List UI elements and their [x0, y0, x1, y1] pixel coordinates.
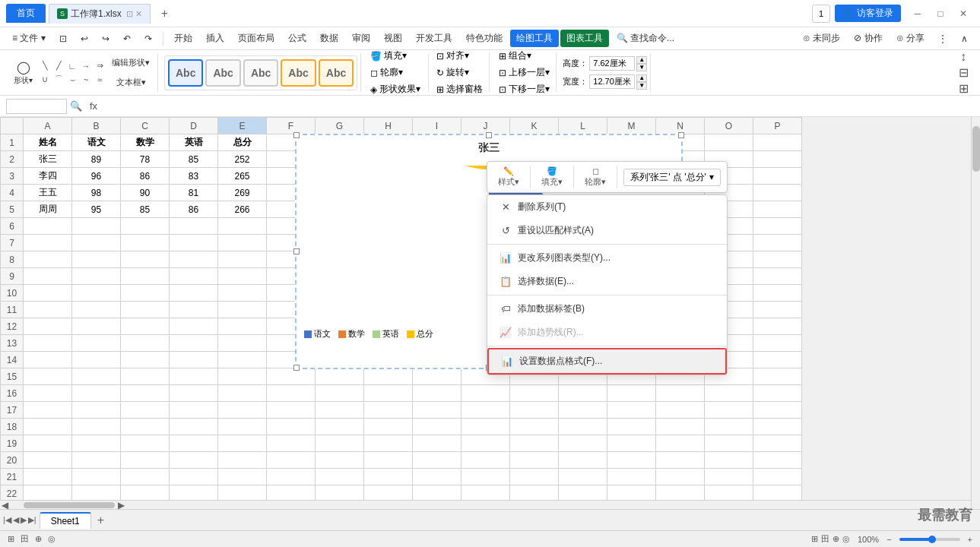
- abc-style-2[interactable]: Abc: [205, 59, 240, 87]
- cell-12-5[interactable]: [218, 318, 267, 335]
- view-custom[interactable]: ⊕: [833, 534, 839, 544]
- view-normal[interactable]: ⊞: [811, 534, 818, 544]
- cell-12-1[interactable]: [24, 318, 72, 335]
- cell-12-16[interactable]: [753, 318, 802, 335]
- menu-start[interactable]: 开始: [168, 30, 198, 47]
- cell-17-15[interactable]: [705, 402, 753, 419]
- right-tool-2[interactable]: ⊟: [959, 65, 969, 80]
- nav-left[interactable]: |◀: [3, 515, 11, 525]
- cell-20-1[interactable]: [24, 452, 72, 469]
- width-down[interactable]: ▼: [636, 82, 647, 90]
- cell-1-5[interactable]: 总分: [218, 134, 267, 151]
- cell-16-12[interactable]: [559, 385, 607, 402]
- cell-2-2[interactable]: 89: [72, 151, 121, 168]
- cell-2-5[interactable]: 252: [218, 151, 267, 168]
- shape-curve[interactable]: ∪: [39, 74, 51, 86]
- cell-13-4[interactable]: [170, 335, 218, 352]
- menu-dev[interactable]: 开发工具: [410, 30, 458, 47]
- cell-17-12[interactable]: [559, 402, 607, 419]
- cell-21-4[interactable]: [170, 469, 218, 485]
- cell-6-3[interactable]: [121, 218, 170, 235]
- cell-20-10[interactable]: [461, 452, 510, 469]
- cell-3-1[interactable]: 李四: [24, 168, 72, 185]
- cell-18-2[interactable]: [72, 419, 121, 435]
- cell-9-1[interactable]: [24, 268, 72, 285]
- cell-5-16[interactable]: [753, 201, 802, 218]
- cell-17-3[interactable]: [121, 402, 170, 419]
- cell-12-2[interactable]: [72, 318, 121, 335]
- handle-bl[interactable]: [293, 365, 300, 371]
- menu-search[interactable]: 🔍 查找命令...: [611, 30, 680, 47]
- cell-21-16[interactable]: [753, 469, 802, 485]
- cell-9-16[interactable]: [753, 268, 802, 285]
- menu-draw[interactable]: 绘图工具: [510, 30, 559, 47]
- cell-16-6[interactable]: [267, 385, 316, 402]
- cell-16-2[interactable]: [72, 385, 121, 402]
- menu-share[interactable]: ⊙ 分享: [890, 30, 931, 47]
- cell-18-13[interactable]: [607, 419, 656, 435]
- handle-tl[interactable]: [293, 132, 300, 138]
- cell-4-16[interactable]: [753, 185, 802, 201]
- scrollbar-thumb-v[interactable]: [972, 126, 980, 172]
- cell-21-11[interactable]: [510, 469, 559, 485]
- cell-13-1[interactable]: [24, 335, 72, 352]
- cell-14-4[interactable]: [170, 352, 218, 368]
- ctx-reset-style[interactable]: ↺ 重设以匹配样式(A): [487, 219, 727, 242]
- effect-button[interactable]: ◈ 形状效果▾: [367, 82, 423, 96]
- height-up[interactable]: ▲: [636, 56, 647, 64]
- rotate-button[interactable]: ↻ 旋转▾: [433, 65, 486, 80]
- height-input[interactable]: 7.62厘米: [589, 56, 635, 71]
- cell-21-9[interactable]: [413, 469, 461, 485]
- cell-10-4[interactable]: [170, 285, 218, 302]
- cell-21-2[interactable]: [72, 469, 121, 485]
- cell-16-5[interactable]: [218, 385, 267, 402]
- cell-4-4[interactable]: 81: [170, 185, 218, 201]
- cell-1-16[interactable]: [753, 134, 802, 151]
- formula-input[interactable]: [105, 100, 974, 113]
- home-tab[interactable]: 首页: [6, 4, 46, 23]
- zoom-slider[interactable]: [899, 538, 960, 541]
- cell-21-13[interactable]: [607, 469, 656, 485]
- cell-14-5[interactable]: [218, 352, 267, 368]
- cell-14-1[interactable]: [24, 352, 72, 368]
- cell-11-1[interactable]: [24, 302, 72, 318]
- cell-10-16[interactable]: [753, 285, 802, 302]
- cell-20-2[interactable]: [72, 452, 121, 469]
- cell-20-13[interactable]: [607, 452, 656, 469]
- cell-13-5[interactable]: [218, 335, 267, 352]
- cell-1-15[interactable]: [705, 134, 753, 151]
- cell-21-14[interactable]: [656, 469, 705, 485]
- cell-7-1[interactable]: [24, 235, 72, 251]
- cell-3-5[interactable]: 265: [218, 168, 267, 185]
- cell-18-8[interactable]: [364, 419, 413, 435]
- cell-15-3[interactable]: [121, 368, 170, 385]
- cell-16-7[interactable]: [316, 385, 364, 402]
- cell-1-2[interactable]: 语文: [72, 134, 121, 151]
- fx-button[interactable]: fx: [85, 99, 102, 113]
- cell-17-2[interactable]: [72, 402, 121, 419]
- cell-20-14[interactable]: [656, 452, 705, 469]
- cell-3-2[interactable]: 96: [72, 168, 121, 185]
- cell-18-3[interactable]: [121, 419, 170, 435]
- cell-15-6[interactable]: [267, 368, 316, 385]
- user-login-button[interactable]: 👤 访客登录: [835, 5, 901, 22]
- abc-style-4[interactable]: Abc: [281, 59, 316, 87]
- up-one-button[interactable]: ⊡ 上移一层▾: [496, 65, 553, 80]
- cell-15-1[interactable]: [24, 368, 72, 385]
- shape-curve2[interactable]: ⌒: [52, 74, 65, 86]
- cell-17-10[interactable]: [461, 402, 510, 419]
- cell-21-12[interactable]: [559, 469, 607, 485]
- cell-19-6[interactable]: [267, 435, 316, 452]
- add-sheet-button[interactable]: +: [91, 511, 110, 530]
- cell-17-16[interactable]: [753, 402, 802, 419]
- cell-7-2[interactable]: [72, 235, 121, 251]
- menu-layout[interactable]: 页面布局: [232, 30, 281, 47]
- cell-14-2[interactable]: [72, 352, 121, 368]
- cell-17-14[interactable]: [656, 402, 705, 419]
- menu-chart[interactable]: 图表工具: [560, 30, 609, 47]
- mini-style-button[interactable]: ✏️ 样式▾: [493, 165, 524, 189]
- menu-insert[interactable]: 插入: [200, 30, 230, 47]
- cell-19-2[interactable]: [72, 435, 121, 452]
- menu-undo-icon[interactable]: ⊡: [53, 31, 73, 46]
- down-one-button[interactable]: ⊡ 下移一层▾: [496, 82, 553, 96]
